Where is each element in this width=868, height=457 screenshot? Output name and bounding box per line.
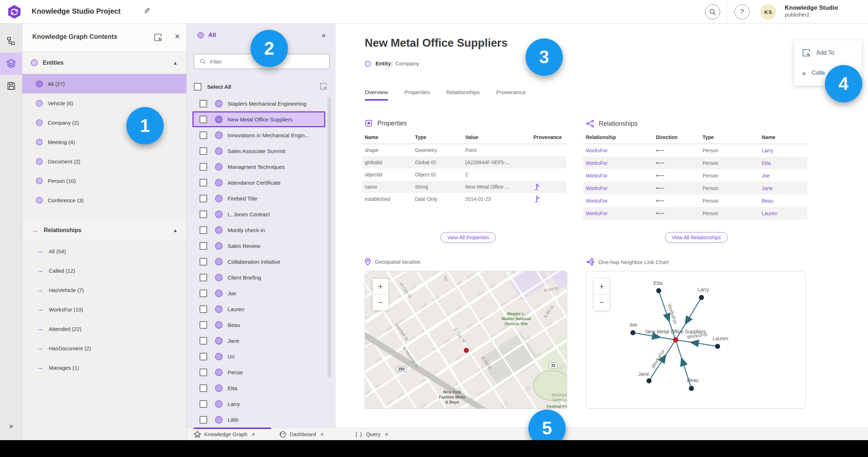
- bottom-tab-dashboard[interactable]: Dashboard✕: [279, 428, 324, 440]
- item-checkbox[interactable]: [200, 400, 207, 408]
- item-checkbox[interactable]: [200, 163, 207, 171]
- edit-title-icon[interactable]: ✎: [144, 6, 150, 16]
- close-tab-icon[interactable]: ✕: [251, 431, 256, 437]
- list-item[interactable]: Collaboration initiative: [187, 254, 327, 269]
- graph-center-node[interactable]: [673, 337, 678, 343]
- list-scrollbar[interactable]: [327, 97, 331, 377]
- zoom-out-button[interactable]: −: [594, 295, 610, 310]
- sidebar-item-hasdocument[interactable]: →HasDocument (2): [22, 338, 186, 358]
- list-item[interactable]: Managment Techniques: [187, 159, 327, 175]
- add-to-button[interactable]: Add To: [794, 43, 862, 63]
- item-checkbox[interactable]: [200, 211, 207, 218]
- list-item[interactable]: New Metal Office Suppliers: [192, 111, 325, 127]
- geospatial-map[interactable]: k RdW Clay StSaN 3rd StN 4th StMarshall …: [365, 271, 567, 409]
- item-checkbox[interactable]: [200, 242, 207, 250]
- graph-node-beau[interactable]: [689, 386, 694, 391]
- sidebar-item-manages[interactable]: →Manages (1): [22, 358, 186, 377]
- view-all-relationships-button[interactable]: View All Relationships: [665, 232, 728, 243]
- app-logo-icon[interactable]: [7, 5, 22, 19]
- chevron-up-icon[interactable]: ▲: [173, 60, 178, 66]
- add-selection-button[interactable]: [319, 82, 327, 90]
- cell-name[interactable]: Etta: [759, 157, 807, 169]
- tab-overview[interactable]: Overview: [365, 89, 388, 101]
- zoom-in-button[interactable]: +: [373, 279, 388, 295]
- close-tab-icon[interactable]: ✕: [320, 431, 324, 437]
- item-checkbox[interactable]: [200, 337, 207, 345]
- tab-properties[interactable]: Properties: [405, 89, 430, 101]
- avatar[interactable]: KS: [760, 4, 776, 20]
- item-checkbox[interactable]: [200, 226, 207, 234]
- sidebar-item-hasvehicle[interactable]: →HasVehicle (7): [22, 280, 186, 300]
- relationships-section-header[interactable]: → Relationships ▲: [22, 219, 186, 241]
- close-tab-icon[interactable]: ✕: [384, 431, 389, 437]
- item-checkbox[interactable]: [200, 416, 207, 424]
- item-checkbox[interactable]: [200, 179, 207, 186]
- cell-name[interactable]: Jane: [759, 182, 807, 194]
- list-item[interactable]: Lauren: [187, 301, 327, 317]
- item-checkbox[interactable]: [200, 195, 207, 202]
- sidebar-item-document[interactable]: Document (2): [22, 152, 186, 171]
- sidebar-item-meeting[interactable]: Meeting (4): [22, 132, 186, 152]
- graph-edge[interactable]: [676, 340, 718, 346]
- rail-expand-button[interactable]: »: [0, 422, 22, 430]
- provenance-flag-button[interactable]: [533, 183, 564, 190]
- item-checkbox[interactable]: [200, 290, 207, 297]
- list-item[interactable]: Staplers Mechanical Engineering: [187, 96, 327, 111]
- sidebar-item-conference[interactable]: Conference (3): [22, 190, 186, 210]
- cell-relationship[interactable]: WorksFor: [583, 169, 653, 182]
- graph-node-jane[interactable]: [647, 378, 652, 383]
- sidebar-item-person[interactable]: Person (10): [22, 171, 186, 190]
- item-checkbox[interactable]: [200, 131, 207, 139]
- list-item[interactable]: Larry: [187, 396, 327, 412]
- cell-relationship[interactable]: WorksFor: [583, 207, 653, 220]
- sidebar-item-worksfor[interactable]: →WorksFor (10): [22, 300, 186, 319]
- tab-provenance[interactable]: Provenance: [496, 89, 526, 101]
- list-item[interactable]: L. Jones Contract: [187, 206, 327, 222]
- rail-save-button[interactable]: [0, 75, 22, 97]
- map-marker[interactable]: [464, 348, 469, 353]
- sidebar-item-vehicle[interactable]: Vehicle (6): [22, 93, 186, 113]
- list-item[interactable]: Joe: [187, 285, 327, 301]
- cell-relationship[interactable]: WorksFor: [583, 194, 653, 207]
- cell-name[interactable]: Joe: [759, 169, 807, 182]
- item-checkbox[interactable]: [200, 384, 207, 392]
- view-all-properties-button[interactable]: View All Properties: [440, 232, 496, 243]
- cell-relationship[interactable]: WorksFor: [583, 182, 653, 194]
- sidebar-item-called[interactable]: →Called (12): [22, 261, 186, 280]
- list-item[interactable]: Montly check-in: [187, 222, 327, 238]
- list-item[interactable]: Firebird Title: [187, 190, 327, 206]
- bottom-tab-knowledge-graph[interactable]: Knowledge Graph✕: [194, 428, 256, 440]
- select-all-checkbox[interactable]: [194, 83, 201, 91]
- item-checkbox[interactable]: [200, 305, 207, 313]
- one-hop-link-chart[interactable]: EttaLarryJoeLaurenJaneBeauWorksForWorksF…: [586, 271, 806, 409]
- graph-edge[interactable]: [649, 340, 676, 381]
- sidebar-item-all[interactable]: →All (54): [22, 241, 186, 261]
- zoom-in-button[interactable]: +: [594, 279, 610, 295]
- account-info[interactable]: Knowledge Studio publisher2: [785, 4, 838, 18]
- list-item[interactable]: Sales Review: [187, 238, 327, 254]
- graph-node-joe[interactable]: [630, 330, 635, 335]
- item-checkbox[interactable]: [200, 116, 207, 123]
- graph-node-larry[interactable]: [699, 295, 704, 300]
- close-panel-icon[interactable]: ✕: [174, 32, 180, 41]
- list-item[interactable]: Attendance Certificate: [187, 175, 327, 190]
- graph-node-etta[interactable]: [656, 288, 661, 293]
- sidebar-item-all[interactable]: All (27): [22, 74, 186, 93]
- search-button[interactable]: [705, 4, 720, 19]
- item-checkbox[interactable]: [200, 353, 207, 360]
- cell-name[interactable]: Larry: [759, 144, 807, 157]
- list-item[interactable]: Lilith: [187, 412, 327, 428]
- item-checkbox[interactable]: [200, 369, 207, 376]
- list-item[interactable]: Jane: [187, 333, 327, 348]
- zoom-out-button[interactable]: −: [373, 295, 388, 310]
- rail-layers-button[interactable]: [0, 52, 22, 75]
- sidebar-item-attended[interactable]: →Attended (22): [22, 319, 186, 338]
- list-item[interactable]: Innovations in Mechanical Engin...: [187, 127, 327, 143]
- list-item[interactable]: Etta: [187, 380, 327, 396]
- provenance-flag-button[interactable]: [533, 195, 564, 202]
- item-checkbox[interactable]: [200, 274, 207, 281]
- item-checkbox[interactable]: [200, 100, 207, 107]
- cell-relationship[interactable]: WorksFor: [583, 144, 653, 157]
- chevron-up-icon[interactable]: ▲: [173, 227, 178, 233]
- list-item[interactable]: Client Briefing: [187, 269, 327, 285]
